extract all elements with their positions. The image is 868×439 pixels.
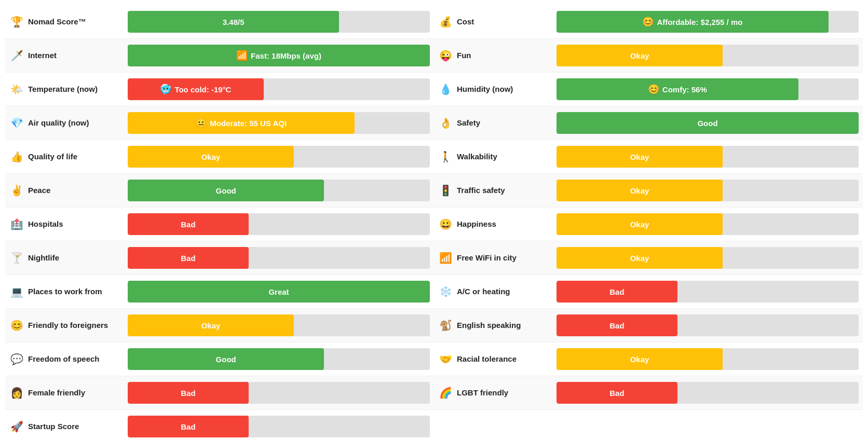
- bar-container: Bad: [557, 314, 859, 336]
- bar-section: 3.48/5: [128, 11, 430, 33]
- bar-container: Okay: [128, 146, 430, 168]
- label-section: 🐒English speaking: [438, 319, 552, 332]
- score-bar: Okay: [128, 314, 294, 336]
- bar-section: Okay: [128, 314, 430, 336]
- table-row: 😜FunOkay: [434, 39, 863, 73]
- table-row: 💧Humidity (now)😊Comfy: 56%: [434, 73, 863, 106]
- label-section: 💰Cost: [438, 16, 552, 28]
- bar-text: Good: [216, 355, 236, 364]
- table-row: 💻Places to work fromGreat: [5, 275, 434, 309]
- row-label: A/C or heating: [457, 287, 510, 296]
- bar-section: 🥶Too cold: -19°C: [128, 78, 430, 100]
- bar-container: Okay: [128, 314, 430, 336]
- row-label: LGBT friendly: [457, 388, 508, 397]
- row-label: Internet: [28, 51, 57, 60]
- row-label: Free WiFi in city: [457, 253, 517, 263]
- bar-container: Bad: [557, 382, 859, 404]
- right-column: 💰Cost😊Affordable: $2,255 / mo😜FunOkay💧Hu…: [434, 5, 863, 439]
- score-bar: Bad: [557, 281, 677, 303]
- row-label: Female friendly: [28, 388, 85, 397]
- row-label: Air quality (now): [28, 118, 89, 128]
- bar-section: Great: [128, 281, 430, 303]
- bar-container: Bad: [128, 382, 430, 404]
- bar-text: Too cold: -19°C: [174, 85, 231, 94]
- bar-text: Bad: [181, 389, 195, 397]
- bar-section: Okay: [557, 45, 859, 66]
- label-section: ❄️A/C or heating: [438, 285, 552, 298]
- row-icon: 👩: [9, 387, 24, 399]
- score-bar: Okay: [557, 45, 723, 66]
- bar-section: Okay: [557, 146, 859, 168]
- bar-section: 😐Moderate: 55 US AQI: [128, 112, 430, 134]
- label-section: ✌️Peace: [9, 184, 124, 197]
- row-icon: 💎: [9, 117, 24, 129]
- score-bar: 😐Moderate: 55 US AQI: [128, 112, 355, 134]
- bar-section: 😊Affordable: $2,255 / mo: [557, 11, 859, 33]
- label-section: 🏥Hospitals: [9, 218, 124, 230]
- bar-emoji: 😊: [648, 84, 659, 95]
- score-bar: 🥶Too cold: -19°C: [128, 78, 264, 100]
- score-bar: Great: [128, 281, 430, 303]
- bar-container: 📶Fast: 18Mbps (avg): [128, 45, 430, 66]
- table-row: 🌤️Temperature (now)🥶Too cold: -19°C: [5, 73, 434, 106]
- bar-section: Bad: [557, 314, 859, 336]
- row-icon: 🚦: [438, 184, 453, 197]
- row-icon: ❄️: [438, 285, 453, 298]
- label-section: 👌Safety: [438, 117, 552, 129]
- row-label: Fun: [457, 51, 471, 60]
- bar-section: Bad: [128, 247, 430, 269]
- score-bar: Okay: [128, 146, 294, 168]
- bar-section: Okay: [128, 146, 430, 168]
- bar-text: Bad: [181, 422, 195, 431]
- bar-text: Good: [697, 119, 717, 128]
- row-icon: 🌤️: [9, 83, 24, 95]
- score-bar: Good: [128, 180, 324, 201]
- row-label: Humidity (now): [457, 85, 513, 94]
- bar-section: Okay: [557, 213, 859, 235]
- bar-section: Bad: [128, 416, 430, 437]
- label-section: 💧Humidity (now): [438, 83, 552, 95]
- row-label: Friendly to foreigners: [28, 321, 108, 330]
- bar-container: Good: [128, 348, 430, 370]
- label-section: 🗡️Internet: [9, 49, 124, 62]
- bar-container: Good: [128, 180, 430, 201]
- bar-text: Okay: [630, 153, 649, 161]
- label-section: 😀Happiness: [438, 218, 552, 230]
- score-bar: Bad: [557, 382, 677, 404]
- bar-container: Okay: [557, 146, 859, 168]
- label-section: 🏆Nomad Score™: [9, 16, 124, 28]
- row-label: Places to work from: [28, 287, 102, 296]
- row-label: Safety: [457, 118, 480, 128]
- table-row: 👌SafetyGood: [434, 106, 863, 140]
- row-label: Startup Score: [28, 422, 79, 431]
- table-row: 👩Female friendlyBad: [5, 376, 434, 410]
- table-row: ✌️PeaceGood: [5, 174, 434, 208]
- bar-section: 📶Fast: 18Mbps (avg): [128, 45, 430, 66]
- bar-section: Good: [128, 348, 430, 370]
- row-icon: 💧: [438, 83, 453, 95]
- table-row: 🍸NightlifeBad: [5, 241, 434, 275]
- score-bar: 😊Comfy: 56%: [557, 78, 798, 100]
- score-bar: Bad: [128, 213, 249, 235]
- bar-text: Good: [216, 186, 236, 195]
- table-row: 👍Quality of lifeOkay: [5, 140, 434, 174]
- bar-text: Bad: [181, 254, 195, 263]
- row-icon: 🌈: [438, 387, 453, 399]
- score-bar: 😊Affordable: $2,255 / mo: [557, 11, 829, 33]
- row-label: Traffic safety: [457, 186, 505, 195]
- table-row: 🤝Racial toleranceOkay: [434, 342, 863, 376]
- row-icon: ✌️: [9, 184, 24, 197]
- score-bar: 3.48/5: [128, 11, 339, 33]
- bar-section: Okay: [557, 348, 859, 370]
- row-label: Walkability: [457, 152, 497, 161]
- row-icon: 🍸: [9, 252, 24, 264]
- bar-section: Bad: [557, 281, 859, 303]
- bar-text: Okay: [630, 355, 649, 364]
- label-section: 😊Friendly to foreigners: [9, 319, 124, 332]
- bar-container: Bad: [128, 247, 430, 269]
- row-label: Peace: [28, 186, 50, 195]
- label-section: 🌤️Temperature (now): [9, 83, 124, 95]
- bar-text: Okay: [630, 254, 649, 263]
- row-label: Happiness: [457, 220, 496, 229]
- table-row: 🚦Traffic safetyOkay: [434, 174, 863, 208]
